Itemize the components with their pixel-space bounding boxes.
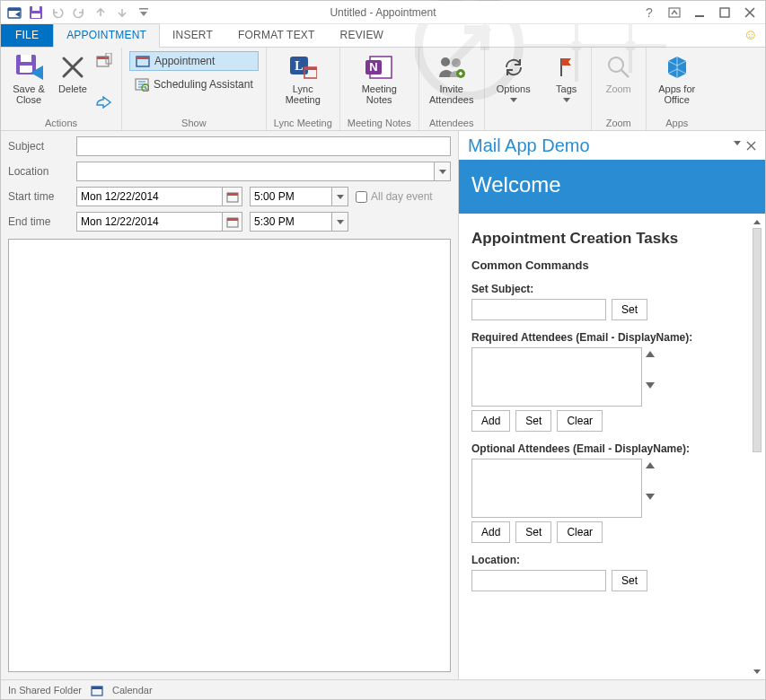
close-icon[interactable]: [740, 4, 760, 22]
invite-attendees-button[interactable]: Invite Attendees: [427, 51, 477, 116]
svg-rect-36: [227, 218, 238, 221]
apps-for-office-label: Apps for Office: [658, 83, 695, 105]
group-zoom: Zoom Zoom: [592, 48, 647, 130]
start-date-input[interactable]: [76, 187, 223, 206]
group-lync: L Lync Meeting Lync Meeting: [267, 48, 340, 130]
group-actions-label: Actions: [45, 116, 77, 128]
end-time-input[interactable]: [250, 212, 332, 232]
appointment-body-editor[interactable]: [8, 239, 451, 672]
start-date-picker-icon[interactable]: [223, 187, 242, 206]
subject-label: Subject: [8, 140, 71, 153]
appointment-view-label: Appointment: [154, 55, 215, 67]
required-attendees-up-icon[interactable]: [646, 351, 655, 357]
tab-file[interactable]: FILE: [1, 24, 53, 47]
all-day-checkbox[interactable]: All day event: [356, 190, 433, 203]
required-attendees-down-icon[interactable]: [646, 382, 655, 389]
scheduling-assistant-label: Scheduling Assistant: [154, 78, 253, 91]
optional-attendees-label: Optional Attendees (Email - DisplayName)…: [471, 442, 749, 455]
options-button[interactable]: Options: [492, 51, 535, 116]
feedback-smiley-icon[interactable]: ☺: [736, 23, 765, 47]
svg-text:N: N: [370, 60, 378, 74]
save-close-icon: [14, 53, 43, 82]
qat-customize-dropdown-icon[interactable]: [136, 4, 152, 21]
qat-calendar-icon[interactable]: [6, 4, 22, 21]
group-zoom-label: Zoom: [606, 116, 631, 128]
all-day-checkbox-input[interactable]: [356, 191, 367, 203]
pane-heading: Appointment Creation Tasks: [471, 230, 749, 248]
required-attendees-input[interactable]: [471, 347, 642, 407]
start-time-input[interactable]: [250, 187, 332, 206]
end-time-dropdown-icon[interactable]: [332, 212, 348, 232]
pane-scrollbar[interactable]: [751, 215, 763, 678]
set-subject-button[interactable]: Set: [612, 299, 647, 320]
flag-icon: [552, 53, 581, 82]
tags-button[interactable]: Tags: [550, 51, 584, 116]
required-attendees-label: Required Attendees (Email - DisplayName)…: [471, 331, 749, 344]
group-options: Options .: [485, 48, 542, 130]
optional-attendees-down-icon[interactable]: [646, 494, 655, 500]
qat-redo-icon[interactable]: [71, 4, 87, 21]
tab-format-text[interactable]: FORMAT TEXT: [225, 24, 328, 47]
group-meeting-notes-label: Meeting Notes: [348, 116, 411, 128]
all-day-label: All day event: [371, 190, 433, 203]
start-time-dropdown-icon[interactable]: [332, 187, 348, 206]
qat-next-icon[interactable]: [114, 4, 130, 21]
task-pane: Mail App Demo Welcome Appointment Creati…: [459, 131, 765, 679]
apps-for-office-button[interactable]: Apps for Office: [654, 51, 700, 116]
tab-review[interactable]: REVIEW: [328, 24, 397, 47]
delete-button[interactable]: Delete: [55, 51, 91, 116]
pane-menu-icon[interactable]: [734, 141, 741, 145]
title-bar: Untitled - Appointment ?: [1, 1, 765, 24]
optional-attendees-input[interactable]: [471, 459, 642, 518]
ribbon-display-icon[interactable]: [665, 4, 684, 22]
forward-dropdown-icon[interactable]: [96, 96, 114, 114]
group-tags: Tags .: [542, 48, 592, 130]
svg-rect-14: [20, 66, 32, 73]
meeting-notes-button[interactable]: N Meeting Notes: [348, 51, 410, 116]
optional-clear-button[interactable]: Clear: [557, 521, 603, 543]
scheduling-assistant-button[interactable]: Scheduling Assistant: [129, 74, 259, 94]
qat-save-icon[interactable]: [28, 4, 44, 21]
pane-location-input[interactable]: [471, 570, 606, 591]
scroll-up-icon[interactable]: [751, 215, 763, 228]
pane-close-icon[interactable]: [746, 141, 756, 151]
pane-location-set-button[interactable]: Set: [612, 570, 647, 591]
status-calendar-icon: [91, 684, 103, 696]
minimize-icon[interactable]: [690, 4, 709, 22]
recurrence-icon: [499, 53, 528, 82]
appointment-form: Subject Location Start time: [1, 131, 459, 679]
save-close-button[interactable]: Save & Close: [8, 51, 49, 116]
svg-point-29: [441, 57, 450, 66]
appointment-view-button[interactable]: Appointment: [129, 51, 259, 71]
optional-add-button[interactable]: Add: [471, 521, 510, 543]
scroll-down-icon[interactable]: [751, 665, 763, 678]
zoom-button: Zoom: [599, 51, 638, 116]
optional-set-button[interactable]: Set: [515, 521, 551, 543]
location-dropdown-icon[interactable]: [435, 162, 451, 181]
set-subject-input[interactable]: [471, 299, 606, 320]
calendar-copy-icon[interactable]: [96, 53, 114, 71]
required-clear-button[interactable]: Clear: [557, 410, 603, 432]
end-date-input[interactable]: [76, 212, 223, 232]
set-subject-label: Set Subject:: [471, 283, 749, 295]
help-icon[interactable]: ?: [639, 4, 659, 22]
qat-undo-icon[interactable]: [49, 4, 66, 21]
qat-prev-icon[interactable]: [92, 4, 109, 21]
required-set-button[interactable]: Set: [515, 410, 551, 432]
location-input[interactable]: [76, 162, 435, 181]
svg-rect-25: [304, 67, 317, 70]
subject-input[interactable]: [76, 136, 451, 156]
tab-appointment[interactable]: APPOINTMENT: [53, 23, 160, 48]
scroll-thumb[interactable]: [753, 228, 762, 452]
pane-title: Mail App Demo: [468, 136, 590, 156]
maximize-icon[interactable]: [715, 4, 735, 22]
tab-insert[interactable]: INSERT: [160, 24, 225, 47]
location-label: Location: [8, 165, 71, 178]
lync-meeting-label: Lync Meeting: [286, 83, 321, 105]
svg-rect-8: [139, 8, 148, 10]
end-date-picker-icon[interactable]: [223, 212, 242, 232]
lync-meeting-button[interactable]: L Lync Meeting: [275, 51, 330, 116]
svg-rect-7: [31, 13, 40, 18]
optional-attendees-up-icon[interactable]: [646, 462, 655, 468]
required-add-button[interactable]: Add: [471, 410, 510, 432]
